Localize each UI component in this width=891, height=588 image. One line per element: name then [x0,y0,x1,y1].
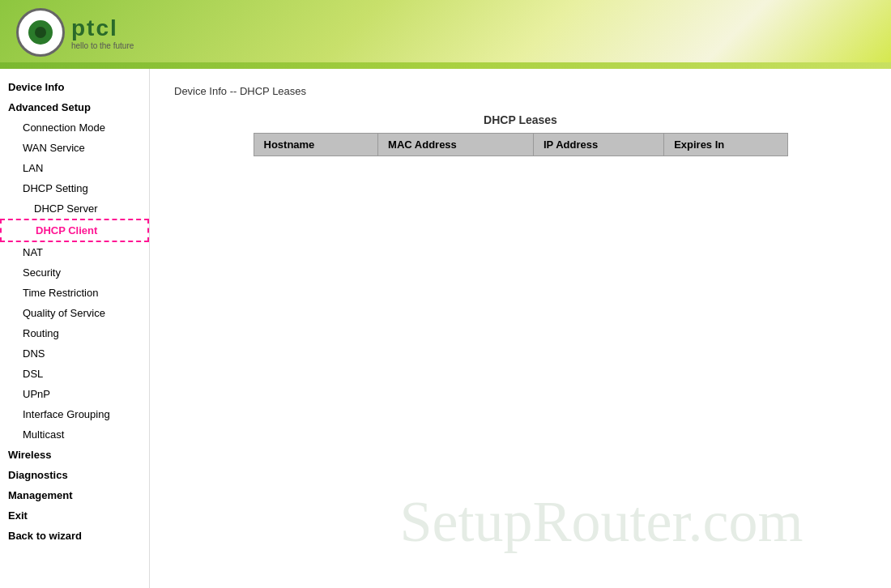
sidebar-item-multicast[interactable]: Multicast [0,424,149,445]
sidebar-item-dns[interactable]: DNS [0,343,149,364]
sidebar-item-security[interactable]: Security [0,262,149,283]
brand-tagline: hello to the future [71,41,134,50]
logo-icon [16,8,65,57]
sidebar-item-dhcp-server[interactable]: DHCP Server [0,198,149,219]
sidebar-item-device-info[interactable]: Device Info [0,77,149,97]
brand-name: ptcl [71,15,134,41]
watermark: SetupRouter.com [312,488,891,556]
sidebar-item-diagnostics[interactable]: Diagnostics [0,465,149,485]
sidebar-item-wan-service[interactable]: WAN Service [0,138,149,158]
logo-area: ptcl hello to the future [0,0,891,65]
breadcrumb: Device Info -- DHCP Leases [174,85,867,97]
sidebar-item-routing[interactable]: Routing [0,323,149,343]
col-mac-address: MAC Address [378,134,534,156]
sidebar-item-back-to-wizard[interactable]: Back to wizard [0,526,149,546]
sidebar: Device Info Advanced Setup Connection Mo… [0,69,150,588]
sidebar-item-upnp[interactable]: UPnP [0,384,149,404]
sidebar-item-quality-of-service[interactable]: Quality of Service [0,303,149,323]
main-content: Device Info -- DHCP Leases DHCP Leases H… [150,69,891,588]
section-title: DHCP Leases [174,113,867,126]
layout: Device Info Advanced Setup Connection Mo… [0,69,891,588]
sidebar-item-lan[interactable]: LAN [0,158,149,178]
sidebar-item-interface-grouping[interactable]: Interface Grouping [0,404,149,424]
col-expires-in: Expires In [664,134,787,156]
sidebar-item-advanced-setup[interactable]: Advanced Setup [0,97,149,117]
dhcp-leases-table: Hostname MAC Address IP Address Expires … [254,133,788,156]
logo-pupil [35,27,46,38]
logo-eye [28,20,53,45]
sidebar-item-exit[interactable]: Exit [0,505,149,526]
sidebar-item-dhcp-setting[interactable]: DHCP Setting [0,178,149,198]
sidebar-item-connection-mode[interactable]: Connection Mode [0,117,149,138]
sidebar-item-nat[interactable]: NAT [0,242,149,262]
sidebar-item-time-restriction[interactable]: Time Restriction [0,283,149,303]
sidebar-item-dhcp-client[interactable]: DHCP Client [0,219,149,242]
sidebar-item-dsl[interactable]: DSL [0,364,149,384]
col-hostname: Hostname [254,134,378,156]
header: ptcl hello to the future [0,0,891,69]
col-ip-address: IP Address [533,134,663,156]
logo-text: ptcl hello to the future [71,15,134,50]
sidebar-item-wireless[interactable]: Wireless [0,445,149,465]
sidebar-item-management[interactable]: Management [0,485,149,505]
